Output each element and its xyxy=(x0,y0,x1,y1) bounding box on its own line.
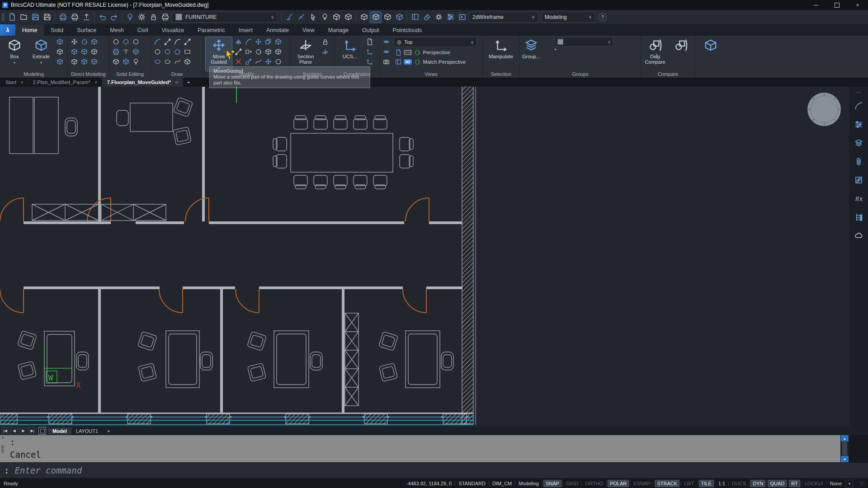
draw-region-icon[interactable] xyxy=(183,57,192,66)
dm-move-icon[interactable] xyxy=(70,38,79,46)
layers-button[interactable]: Group... xyxy=(522,37,540,70)
first-layout-icon[interactable]: |◀ xyxy=(1,427,9,435)
eye-hide-icon[interactable] xyxy=(382,47,391,56)
ribbon-tab-visualize[interactable]: Visualize xyxy=(155,24,191,36)
status-toggle-lockui[interactable]: LOCKUI xyxy=(802,480,826,487)
search-icon[interactable] xyxy=(853,100,864,111)
redo-icon[interactable] xyxy=(108,12,119,23)
status-toggle-1-1[interactable]: 1:1 xyxy=(716,480,727,487)
draw-spline-pen-icon[interactable] xyxy=(163,38,172,46)
match-perspective-toggle[interactable]: 3D Match Perspective xyxy=(394,57,477,66)
command-scrollbar[interactable]: ▲ ▼ xyxy=(841,435,849,462)
imprint-pencil-icon[interactable] xyxy=(112,47,120,56)
select-lamp-icon[interactable] xyxy=(343,12,354,23)
rotate-spin-icon[interactable] xyxy=(254,47,263,56)
maximize-button[interactable] xyxy=(826,0,847,10)
close-icon[interactable]: × xyxy=(20,80,23,85)
stretch-icon[interactable] xyxy=(244,47,253,56)
plot-preview-icon[interactable] xyxy=(57,12,68,23)
thicken-cube-icon[interactable] xyxy=(122,57,130,66)
manipulate-button[interactable]: Manipulate xyxy=(485,37,517,70)
layout-tab-layout1[interactable]: LAYOUT1 xyxy=(71,427,103,435)
move-cross-icon[interactable] xyxy=(254,38,263,46)
dm-modify-cube-icon[interactable] xyxy=(80,47,89,56)
draw-rect-icon[interactable] xyxy=(183,47,192,56)
hatches-grid-icon[interactable] xyxy=(853,174,864,185)
document-tab[interactable]: Start× xyxy=(1,78,28,87)
draw-arc2-icon[interactable] xyxy=(173,38,182,46)
eraser-icon[interactable] xyxy=(421,12,432,23)
command-panel-grip[interactable] xyxy=(1,445,4,453)
select-bulb-icon[interactable] xyxy=(319,12,330,23)
box-button[interactable]: Box▾ xyxy=(2,37,27,70)
section-view-icon[interactable] xyxy=(321,47,330,56)
save-icon[interactable] xyxy=(30,12,41,23)
panel-menu-icon[interactable]: … xyxy=(855,87,862,94)
adjust-sliders-icon[interactable] xyxy=(445,12,456,23)
status-toggle-ducs[interactable]: DUCS xyxy=(730,480,748,487)
section-plane-button[interactable]: Section Plane xyxy=(292,37,319,70)
document-tab[interactable]: 7.Floorplan_MoveGuided*× xyxy=(102,78,183,87)
scroll-down-icon[interactable]: ▼ xyxy=(841,456,849,462)
ribbon-tab-mesh[interactable]: Mesh xyxy=(103,24,131,36)
subtract-circles-icon[interactable] xyxy=(122,38,130,46)
ribbon-tab-insert[interactable]: Insert xyxy=(232,24,259,36)
layout-tab-model[interactable]: Model xyxy=(48,427,71,435)
draw-ellipse-icon[interactable] xyxy=(153,57,162,66)
layout-list-icon[interactable] xyxy=(38,427,46,435)
ribbon-tab-surface[interactable]: Surface xyxy=(70,24,103,36)
ucs-entity-icon[interactable] xyxy=(365,57,374,66)
status-toggle-modeling[interactable]: Modeling xyxy=(516,480,541,487)
ribbon-tab-solid[interactable]: Solid xyxy=(44,24,70,36)
command-input[interactable]: : Enter command xyxy=(0,462,868,478)
dm-rotate-cube-icon[interactable] xyxy=(80,38,89,46)
resize-box-icon[interactable] xyxy=(244,57,253,66)
bricscad-logo[interactable]: λ xyxy=(0,24,15,36)
ucs-face-icon[interactable] xyxy=(365,47,374,56)
status-toggle-tile[interactable]: TILE xyxy=(699,480,714,487)
status-toggle-ortho[interactable]: ORTHO xyxy=(583,480,605,487)
ribbon-tab-home[interactable]: Home xyxy=(15,24,44,36)
status-toggle-rt[interactable]: RT xyxy=(789,480,800,487)
close-icon[interactable]: × xyxy=(175,80,178,85)
draw-blob-icon[interactable] xyxy=(163,57,172,66)
close-icon[interactable]: ✕ xyxy=(0,436,5,441)
cloud-icon[interactable] xyxy=(853,230,864,241)
status-toggle-dyn[interactable]: DYN xyxy=(750,480,765,487)
new-file-icon[interactable] xyxy=(6,12,17,23)
draw-circle-icon[interactable] xyxy=(153,47,162,56)
fullscreen-icon[interactable] xyxy=(457,12,467,23)
cube-realistic-icon[interactable] xyxy=(394,12,405,23)
shell-cube-icon[interactable] xyxy=(132,47,140,56)
cube-hidden-icon[interactable] xyxy=(370,12,381,23)
camera-view-icon[interactable] xyxy=(382,57,391,66)
parameters-fx-icon[interactable]: f(x) xyxy=(853,193,864,204)
slice-T-icon[interactable] xyxy=(122,47,130,56)
next-layout-icon[interactable]: ▶ xyxy=(19,427,28,435)
printer-icon[interactable] xyxy=(160,12,170,23)
stamp-cube-icon[interactable] xyxy=(56,57,64,66)
ribbon-tab-view[interactable]: View xyxy=(296,24,321,36)
status-toggle-lwt[interactable]: LWT xyxy=(682,480,696,487)
ribbon-layer-combo[interactable]: ∨ xyxy=(555,37,613,47)
eyedropper-icon[interactable] xyxy=(296,12,307,23)
scale-underline-icon[interactable] xyxy=(234,47,243,56)
last-layout-icon[interactable]: ▶| xyxy=(28,427,37,435)
dm-wedge-icon[interactable] xyxy=(80,57,89,66)
draw-arc-icon[interactable] xyxy=(153,38,162,46)
offset-cube-icon[interactable] xyxy=(132,57,140,66)
curve-c-icon[interactable] xyxy=(254,57,263,66)
separate-cube-icon[interactable] xyxy=(112,57,120,66)
close-icon[interactable]: × xyxy=(94,80,97,85)
dm-assign-cube-icon[interactable] xyxy=(90,57,99,66)
status-toggle-standard[interactable]: STANDARD xyxy=(456,480,488,487)
ucs-doc-icon[interactable] xyxy=(365,38,374,46)
panels-icon[interactable] xyxy=(410,12,420,23)
status-toggle-snap[interactable]: SNAP xyxy=(543,480,561,487)
copy-array-icon[interactable] xyxy=(264,38,273,46)
dm-cube-icon[interactable] xyxy=(70,57,79,66)
ribbon-tab-civil[interactable]: Civil xyxy=(131,24,155,36)
publish-icon[interactable] xyxy=(81,12,92,23)
scrollbar-thumb[interactable] xyxy=(842,442,847,455)
ribbon-tab-pointclouds[interactable]: Pointclouds xyxy=(386,24,429,36)
